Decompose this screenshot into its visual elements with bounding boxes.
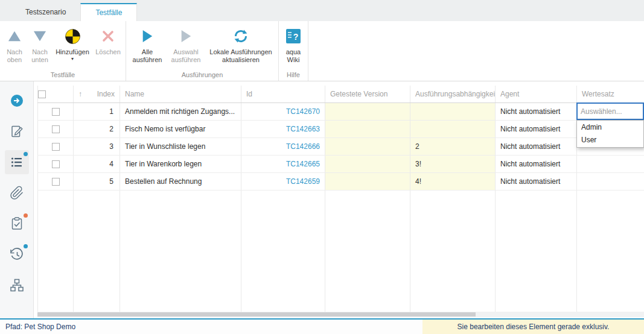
row-checkbox[interactable] [52,108,60,116]
table-body: 1 Anmelden mit richtigen Zugangs... TC14… [38,102,644,312]
cell-checkbox [38,137,74,155]
cell-agent[interactable]: Nicht automatisiert [496,102,577,120]
add-button[interactable]: Hinzufügen ▾ [53,21,92,61]
cell-agent[interactable]: Nicht automatisiert [496,137,577,155]
cell-name[interactable]: Bestellen auf Rechnung [120,172,241,190]
wertesatz-editor[interactable]: Auswählen... [576,102,644,120]
cell-id[interactable]: TC142670 [241,102,325,120]
row-checkbox[interactable] [52,178,60,186]
cell-wertesatz[interactable] [577,172,644,190]
testcases-grid-panel: ↑ Index Name Id Getestete Version Ausfüh… [34,81,644,318]
cell-dependency[interactable]: 4! [410,172,496,190]
row-checkbox[interactable] [52,160,60,168]
header-agent[interactable]: Agent [496,86,577,102]
header-name[interactable]: Name [120,86,241,102]
horizontal-scrollbar[interactable] [37,312,644,317]
ribbon-group-label-testfaelle: Testfälle [2,70,124,81]
cell-wertesatz[interactable] [577,155,644,172]
add-dropdown-caret-icon[interactable]: ▾ [71,57,74,61]
cell-index: 2 [74,120,120,137]
cell-version[interactable] [325,120,410,137]
cell-checkbox [38,102,74,120]
cell-name[interactable]: Fisch Nemo ist verfügbar [120,120,241,137]
cell-version[interactable] [325,137,410,155]
aqua-wiki-label: aqua Wiki [281,48,306,64]
table-filler [38,190,644,312]
cell-name[interactable]: Tier in Warenkorb legen [120,155,241,172]
list-badge [24,152,28,156]
testcases-table: ↑ Index Name Id Getestete Version Ausfüh… [37,86,644,312]
move-down-icon [33,26,47,46]
svg-text:?: ? [293,32,299,42]
header-wertesatz[interactable]: Wertesatz [577,86,644,102]
ribbon-group-label-hilfe: Hilfe [281,70,306,81]
header-index-label: Index [97,90,115,98]
move-down-button[interactable]: Nach unten [27,21,53,64]
sidebar-item-history[interactable] [5,242,29,266]
sidebar-item-navigate[interactable] [5,89,29,113]
header-index[interactable]: ↑ Index [74,86,120,102]
sidebar-item-hierarchy[interactable] [5,273,29,297]
cell-version[interactable] [325,155,410,172]
delete-button[interactable]: Löschen [92,21,124,56]
select-all-checkbox[interactable] [38,90,46,98]
sidebar [0,81,34,318]
run-selection-button[interactable]: Auswahl ausführen [167,21,205,64]
sidebar-item-tasks[interactable] [5,212,29,236]
table-row[interactable]: 2 Fisch Nemo ist verfügbar TC142663 Nich… [38,120,644,137]
table-row[interactable]: 3 Tier in Wunschliste legen TC142666 2 N… [38,137,644,155]
cell-id[interactable]: TC142663 [241,120,325,137]
table-row[interactable]: 5 Bestellen auf Rechnung TC142659 4! Nic… [38,172,644,190]
app-window: Testszenario Testfälle Nach oben Nach un… [0,0,644,334]
cell-name[interactable]: Tier in Wunschliste legen [120,137,241,155]
sidebar-item-attachments[interactable] [5,181,29,205]
row-checkbox[interactable] [52,143,60,151]
header-version[interactable]: Getestete Version [325,86,410,102]
cell-dependency[interactable] [410,120,496,137]
cell-index: 3 [74,137,120,155]
cell-dependency[interactable] [410,102,496,120]
header-id[interactable]: Id [241,86,325,102]
delete-label: Löschen [95,48,121,56]
run-all-button[interactable]: Alle ausführen [128,21,167,64]
sidebar-item-edit[interactable] [5,119,29,143]
cell-dependency[interactable]: 3! [410,155,496,172]
table-row[interactable]: 1 Anmelden mit richtigen Zugangs... TC14… [38,102,644,120]
tab-testszenario[interactable]: Testszenario [11,3,80,21]
attachment-icon [10,186,24,200]
move-up-icon [7,26,22,46]
status-lock-message: Sie bearbeiten dieses Element gerade exk… [422,320,644,334]
cell-name[interactable]: Anmelden mit richtigen Zugangs... [120,102,241,120]
add-item-icon [65,26,81,46]
dropdown-option[interactable]: Admin [577,121,643,134]
sort-asc-icon[interactable]: ↑ [78,90,82,98]
cell-checkbox [38,172,74,190]
tab-testfaelle[interactable]: Testfälle [80,3,137,21]
cell-id[interactable]: TC142659 [241,172,325,190]
dropdown-list: AdminUser [576,120,644,148]
move-up-label: Nach oben [2,48,27,64]
cell-version[interactable] [325,102,410,120]
update-local-executions-button[interactable]: Lokale Ausführungen aktualisieren [205,21,276,64]
cell-agent[interactable]: Nicht automatisiert [496,155,577,172]
cell-agent[interactable]: Nicht automatisiert [496,172,577,190]
header-dependency[interactable]: Ausführungsabhängigkeit [410,86,496,102]
scrollbar-thumb[interactable] [37,312,476,317]
cell-agent[interactable]: Nicht automatisiert [496,120,577,137]
table-row[interactable]: 4 Tier in Warenkorb legen TC142665 3! Ni… [38,155,644,172]
header-checkbox-cell [38,86,74,102]
refresh-icon [233,26,249,46]
wiki-icon: ? [285,26,301,46]
dropdown-option[interactable]: User [577,134,643,147]
move-up-button[interactable]: Nach oben [2,21,27,64]
row-checkbox[interactable] [52,125,60,133]
hierarchy-icon [10,278,24,292]
sidebar-item-testcases-list[interactable] [5,150,29,174]
table-header-row: ↑ Index Name Id Getestete Version Ausfüh… [38,86,644,102]
add-label: Hinzufügen [56,48,89,56]
aqua-wiki-button[interactable]: ? aqua Wiki [281,21,306,64]
cell-version[interactable] [325,172,410,190]
cell-id[interactable]: TC142665 [241,155,325,172]
cell-dependency[interactable]: 2 [410,137,496,155]
cell-id[interactable]: TC142666 [241,137,325,155]
